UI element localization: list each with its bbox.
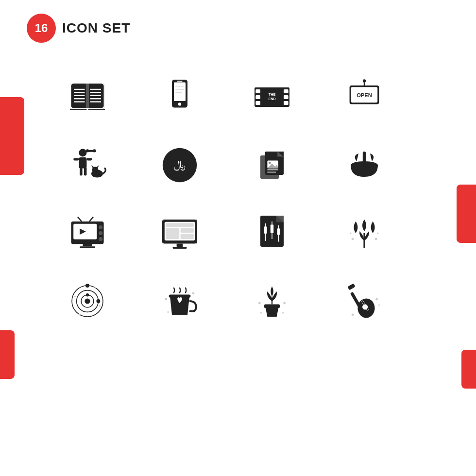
svg-point-107: [85, 284, 89, 288]
decorative-red-left-bottom: [0, 330, 15, 379]
svg-point-17: [178, 102, 181, 105]
svg-point-32: [363, 79, 366, 82]
svg-text:END: END: [268, 97, 275, 101]
svg-point-98: [375, 238, 377, 240]
svg-point-86: [195, 243, 197, 244]
svg-line-71: [78, 217, 82, 221]
svg-rect-77: [177, 244, 183, 247]
svg-rect-79: [166, 223, 194, 227]
svg-rect-38: [80, 167, 83, 176]
svg-rect-39: [84, 167, 87, 176]
svg-point-85: [163, 243, 164, 244]
svg-rect-24: [255, 95, 260, 99]
svg-point-118: [258, 302, 261, 305]
svg-point-108: [74, 296, 76, 297]
svg-rect-91: [264, 226, 267, 233]
svg-text:OPEN: OPEN: [357, 92, 372, 98]
icon-person-filming: [58, 136, 117, 194]
svg-rect-78: [173, 247, 187, 249]
page-title: ICON SET: [62, 20, 130, 36]
icon-guitar: [335, 272, 393, 330]
svg-text:THE: THE: [269, 92, 276, 97]
svg-point-119: [283, 302, 286, 305]
icon-grid: THE END OPEN: [49, 58, 427, 340]
svg-point-110: [79, 314, 80, 315]
icon-web-monitor: [151, 204, 209, 262]
svg-point-43: [86, 149, 89, 152]
svg-text:﷼: ﷼: [174, 158, 186, 171]
svg-rect-80: [166, 228, 179, 239]
svg-point-105: [86, 293, 89, 296]
svg-rect-81: [181, 228, 194, 233]
svg-rect-93: [271, 224, 273, 233]
svg-rect-27: [284, 95, 289, 99]
decorative-red-right-bottom: [461, 350, 476, 389]
svg-point-104: [85, 298, 90, 304]
svg-point-84: [195, 219, 197, 220]
svg-rect-16: [174, 83, 186, 101]
icon-open-book: [58, 68, 117, 126]
svg-point-120: [260, 312, 262, 313]
svg-point-44: [93, 149, 96, 152]
decorative-red-right-middle: [457, 185, 476, 243]
icon-smartphone: [151, 68, 209, 126]
svg-rect-95: [277, 228, 280, 235]
svg-point-131: [352, 314, 354, 316]
svg-point-130: [378, 304, 380, 306]
svg-rect-37: [79, 157, 86, 168]
icon-count-badge: 16: [27, 14, 56, 43]
svg-point-97: [352, 238, 354, 240]
svg-point-70: [99, 237, 102, 241]
svg-rect-41: [86, 158, 92, 161]
svg-rect-28: [284, 101, 289, 105]
svg-point-100: [377, 232, 378, 234]
icon-solar-system: [58, 272, 117, 330]
svg-rect-40: [73, 158, 79, 161]
svg-point-83: [163, 219, 164, 220]
icon-film-end: THE END: [243, 68, 301, 126]
svg-rect-74: [80, 246, 95, 248]
svg-point-36: [79, 149, 86, 156]
svg-rect-23: [255, 89, 260, 93]
icon-plant-pot: [243, 272, 301, 330]
svg-point-129: [375, 298, 378, 301]
svg-rect-26: [284, 89, 289, 93]
svg-point-109: [99, 305, 101, 306]
svg-rect-18: [177, 81, 182, 82]
svg-point-121: [282, 312, 284, 313]
svg-point-64: [362, 164, 367, 167]
svg-rect-73: [83, 244, 92, 246]
svg-point-99: [350, 232, 351, 234]
icon-rial-currency: ﷼: [151, 136, 209, 194]
badge-number: 16: [35, 21, 48, 35]
svg-rect-82: [181, 234, 194, 239]
svg-rect-2: [86, 84, 89, 108]
icon-open-sign: OPEN: [335, 68, 393, 126]
icon-file-chart: [243, 204, 301, 262]
icon-television: [58, 204, 117, 262]
icon-mortar-pestle: [335, 136, 393, 194]
svg-point-115: [167, 311, 169, 313]
svg-point-113: [165, 298, 168, 301]
svg-rect-112: [169, 294, 191, 297]
svg-point-111: [94, 287, 96, 288]
svg-point-69: [99, 231, 102, 235]
svg-point-106: [96, 299, 100, 303]
svg-point-68: [99, 225, 102, 229]
svg-rect-125: [350, 292, 362, 308]
svg-rect-25: [255, 101, 260, 105]
icon-coffee-cup: [151, 272, 209, 330]
svg-line-72: [89, 217, 93, 221]
icon-flower-tulip: [335, 204, 393, 262]
svg-point-114: [192, 292, 195, 295]
svg-rect-116: [264, 304, 280, 308]
decorative-red-left-top: [0, 97, 24, 175]
icon-file-copy: [243, 136, 301, 194]
svg-point-58: [269, 162, 271, 164]
